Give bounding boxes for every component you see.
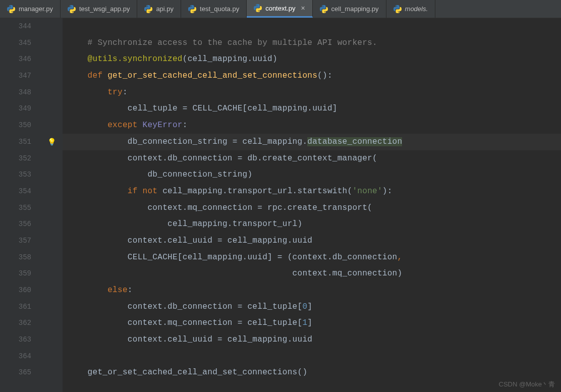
code-line: [68, 18, 561, 35]
code-line: CELL_CACHE[cell_mapping.uuid] = (context…: [68, 249, 561, 266]
code-line: @utils.synchronized(cell_mapping.uuid): [68, 51, 561, 68]
tab-label: api.py: [156, 5, 174, 13]
code-line: # Synchronize access to the cache by mul…: [68, 35, 561, 51]
tab-api[interactable]: api.py: [137, 0, 181, 18]
line-number: 350: [0, 117, 31, 134]
line-number: 363: [0, 331, 31, 348]
code-area[interactable]: # Synchronize access to the cache by mul…: [63, 18, 561, 392]
tab-label: manager.py: [19, 5, 53, 13]
code-line: context.cell_uuid = cell_mapping.uuid: [68, 233, 561, 249]
line-number-gutter: 344 345 346 347 348 349 350 351 352 353 …: [0, 18, 40, 392]
code-line: context.db_connection = cell_tuple[0]: [68, 299, 561, 315]
annotation-gutter: 💡: [40, 18, 63, 392]
code-line: cell_tuple = CELL_CACHE[cell_mapping.uui…: [68, 100, 561, 117]
line-number: 354: [0, 183, 31, 200]
code-line: try:: [68, 84, 561, 101]
line-number: 347: [0, 68, 31, 84]
editor-tabs: manager.py test_wsgi_app.py api.py test_…: [0, 0, 561, 18]
python-icon: [68, 5, 76, 13]
code-line: context.mq_connection): [68, 265, 561, 282]
code-line: context.cell_uuid = cell_mapping.uuid: [68, 331, 561, 348]
code-editor[interactable]: 344 345 346 347 348 349 350 351 352 353 …: [0, 18, 561, 392]
line-number: 364: [0, 348, 31, 365]
code-line: get_or_set_cached_cell_and_set_connectio…: [68, 364, 561, 381]
line-number: 344: [0, 18, 31, 35]
line-number: 361: [0, 299, 31, 315]
line-number: 359: [0, 265, 31, 282]
tab-label: test_wsgi_app.py: [79, 5, 130, 13]
tab-manager[interactable]: manager.py: [0, 0, 61, 18]
watermark: CSDN @Moke丶青: [499, 380, 555, 389]
code-line: db_connection_string): [68, 166, 561, 183]
code-line: except KeyError:: [68, 117, 561, 134]
tab-cell-mapping[interactable]: cell_mapping.py: [313, 0, 386, 18]
code-line: cell_mapping.transport_url): [68, 216, 561, 233]
tab-label: context.py: [265, 5, 295, 12]
code-line: context.db_connection = db.create_contex…: [68, 150, 561, 167]
line-number: 353: [0, 166, 31, 183]
code-line: else:: [68, 282, 561, 299]
line-number: 358: [0, 249, 31, 266]
code-line: context.mq_connection = rpc.create_trans…: [68, 200, 561, 216]
python-icon: [144, 5, 152, 13]
python-icon: [320, 5, 328, 13]
line-number: 360: [0, 282, 31, 299]
tab-test-wsgi[interactable]: test_wsgi_app.py: [61, 0, 137, 18]
line-number: 346: [0, 51, 31, 68]
code-line: context.mq_connection = cell_tuple[1]: [68, 315, 561, 331]
line-number: 351: [0, 134, 31, 150]
python-icon: [188, 5, 196, 13]
code-line: def get_or_set_cached_cell_and_set_conne…: [68, 68, 561, 84]
tab-test-quota[interactable]: test_quota.py: [181, 0, 247, 18]
line-number: 356: [0, 216, 31, 233]
line-number: 365: [0, 364, 31, 381]
python-icon: [394, 5, 402, 13]
line-number: 348: [0, 84, 31, 101]
line-number: 349: [0, 100, 31, 117]
line-number: 357: [0, 233, 31, 249]
line-number: 355: [0, 200, 31, 216]
code-line: db_connection_string = cell_mapping.data…: [68, 134, 561, 150]
tab-models[interactable]: models.: [386, 0, 436, 18]
code-line: if not cell_mapping.transport_url.starts…: [68, 183, 561, 200]
tab-context[interactable]: context.py ×: [247, 0, 312, 18]
line-number: 352: [0, 150, 31, 167]
tab-label: cell_mapping.py: [331, 5, 379, 13]
tab-label: models.: [405, 5, 428, 13]
tab-label: test_quota.py: [200, 5, 239, 13]
code-line: [68, 348, 561, 365]
python-icon: [7, 5, 15, 13]
python-icon: [254, 4, 262, 12]
line-number: 345: [0, 35, 31, 51]
close-icon[interactable]: ×: [301, 4, 305, 12]
line-number: 362: [0, 315, 31, 331]
lightbulb-icon[interactable]: 💡: [47, 138, 56, 146]
